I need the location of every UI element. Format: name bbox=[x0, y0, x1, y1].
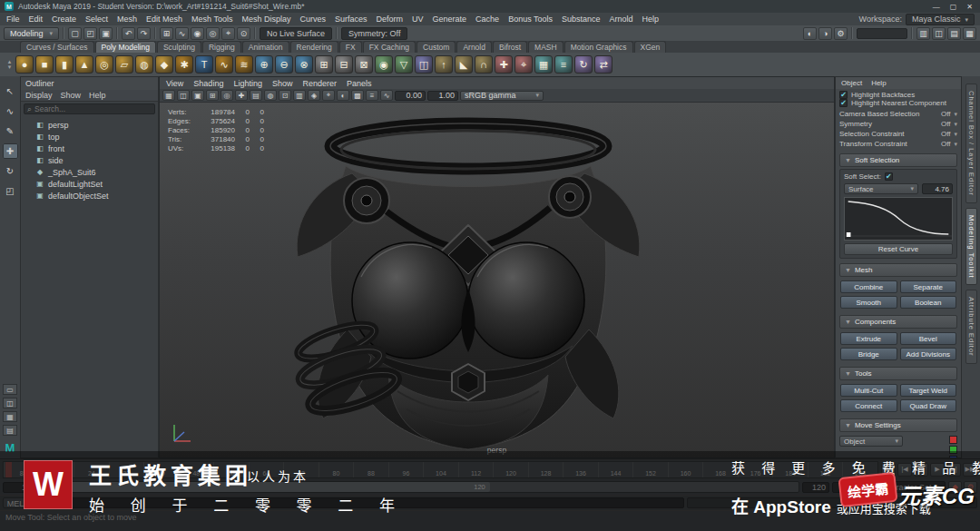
shelf-tab[interactable]: Motion Graphics bbox=[564, 41, 633, 53]
panel-menu-item[interactable]: Show bbox=[272, 79, 293, 88]
falloff-radius-field[interactable]: 4.76 bbox=[922, 183, 953, 194]
menu-item[interactable]: Mesh bbox=[113, 13, 142, 25]
shelf-icon[interactable]: ⊗ bbox=[295, 55, 313, 74]
shelf-icon[interactable]: ◎ bbox=[95, 55, 113, 74]
outliner-item[interactable]: ◧ front bbox=[21, 143, 158, 154]
move-settings-header[interactable]: ▼ Move Settings bbox=[839, 418, 957, 432]
shelf-icon[interactable]: ↑ bbox=[435, 55, 453, 74]
shelf-icon[interactable]: ■ bbox=[35, 55, 54, 74]
mtk-menu-item[interactable]: Object bbox=[841, 79, 862, 87]
menu-item[interactable]: File bbox=[2, 13, 24, 25]
shelf-icon[interactable]: ⊕ bbox=[255, 55, 273, 74]
render-icon[interactable]: ◑ bbox=[818, 27, 832, 40]
viewport-toggle-icon[interactable]: ◐ bbox=[337, 90, 349, 101]
shelf-icon[interactable]: ∿ bbox=[215, 55, 233, 74]
snap-icon[interactable]: ◎ bbox=[206, 27, 220, 40]
anim-pref-icon[interactable]: ◆ bbox=[948, 481, 962, 494]
render-icon[interactable]: ⚙ bbox=[834, 27, 848, 40]
character-set-selector[interactable]: No Character Set ▾ bbox=[862, 481, 946, 493]
viewport-toggle-icon[interactable]: ◫ bbox=[177, 90, 190, 101]
shelf-icon[interactable]: ⊞ bbox=[315, 55, 333, 74]
outliner-menu-item[interactable]: Display bbox=[25, 91, 53, 100]
range-slider-handle[interactable]: 1 120 bbox=[64, 482, 490, 492]
mtk-command-button[interactable]: Add Divisions bbox=[900, 348, 957, 360]
mesh-section-header[interactable]: ▼ Mesh bbox=[839, 263, 957, 277]
tool-button[interactable]: ✚ bbox=[3, 143, 18, 159]
sidebar-toggle-icon[interactable]: ◫ bbox=[932, 27, 946, 40]
status-icon[interactable]: ▢ bbox=[68, 27, 82, 40]
playback-button[interactable]: ◀ bbox=[914, 463, 928, 477]
panel-menu-item[interactable]: Renderer bbox=[302, 79, 337, 88]
menu-item[interactable]: Edit Mesh bbox=[142, 13, 187, 25]
shelf-icon[interactable]: ≡ bbox=[554, 55, 573, 74]
falloff-curve-editor[interactable] bbox=[844, 197, 953, 241]
mtk-command-button[interactable]: Smooth bbox=[840, 296, 897, 309]
status-icon[interactable]: ↶ bbox=[122, 27, 135, 40]
viewport-toggle-icon[interactable]: ◍ bbox=[264, 90, 277, 101]
viewport-toggle-icon[interactable]: ▩ bbox=[351, 90, 364, 101]
playback-button[interactable]: |◀ bbox=[897, 463, 912, 477]
shelf-icon[interactable]: T bbox=[195, 55, 213, 74]
shelf-icon[interactable]: ✱ bbox=[175, 55, 193, 74]
shelf-icon[interactable]: ▮ bbox=[55, 55, 74, 74]
menu-item[interactable]: Create bbox=[47, 13, 81, 25]
playback-button[interactable]: ▶▶ bbox=[963, 463, 977, 477]
components-section-header[interactable]: ▼ Components bbox=[839, 315, 957, 329]
playback-button[interactable]: ◀◀ bbox=[881, 463, 896, 477]
view-transform-selector[interactable]: sRGB gamma ▾ bbox=[460, 91, 544, 101]
mtk-checkbox-row[interactable]: ✔ Highlight Nearest Component bbox=[839, 99, 957, 107]
tool-button[interactable]: ∿ bbox=[3, 103, 18, 119]
playback-start-field[interactable]: 1 bbox=[33, 482, 60, 493]
shelf-icon[interactable]: ▦ bbox=[534, 55, 553, 74]
shelf-icon[interactable]: ⊟ bbox=[335, 55, 353, 74]
viewport-toggle-icon[interactable]: ▥ bbox=[293, 90, 306, 101]
sidebar-toggle-icon[interactable]: ▤ bbox=[947, 27, 961, 40]
outliner-item[interactable]: ▣ defaultObjectSet bbox=[21, 190, 158, 202]
status-icon[interactable]: ↷ bbox=[137, 27, 151, 40]
sidebar-vertical-tab[interactable]: Channel Box / Layer Editor bbox=[965, 84, 977, 203]
move-axis-selector[interactable]: Object ▾ bbox=[839, 436, 903, 447]
command-language-toggle[interactable]: MEL bbox=[3, 497, 28, 508]
shelf-tab[interactable]: Poly Modeling bbox=[95, 41, 156, 53]
outliner-search[interactable]: ⌕ bbox=[24, 103, 155, 114]
shelf-tab[interactable]: Rigging bbox=[202, 41, 241, 53]
menu-item[interactable]: Cache bbox=[471, 13, 504, 25]
timeline-ruler[interactable]: 8162432404856647280889610411212012813614… bbox=[3, 461, 878, 478]
viewport-toggle-icon[interactable]: ⊡ bbox=[279, 90, 291, 101]
shelf-icon[interactable]: ◉ bbox=[375, 55, 393, 74]
shelf-tab[interactable]: Curves / Surfaces bbox=[20, 41, 94, 53]
shelf-icon[interactable]: ● bbox=[15, 55, 34, 74]
menu-item[interactable]: Arnold bbox=[605, 13, 638, 25]
viewport-toggle-icon[interactable]: ⊞ bbox=[206, 90, 219, 101]
current-frame-marker[interactable] bbox=[5, 462, 12, 477]
menu-item[interactable]: Mesh Tools bbox=[187, 13, 237, 25]
soft-selection-header[interactable]: ▼ Soft Selection bbox=[839, 153, 957, 167]
viewport-canvas[interactable]: Verts: 189784 0 0 Edges: 375624 0 0 Face… bbox=[160, 103, 834, 457]
snap-icon[interactable]: ⊞ bbox=[160, 27, 173, 40]
mtk-menu-item[interactable]: Help bbox=[871, 79, 886, 87]
viewport-toggle-icon[interactable]: ≡ bbox=[366, 90, 378, 101]
shelf-tab[interactable]: FX bbox=[339, 41, 362, 53]
shelf-icon[interactable]: ◍ bbox=[135, 55, 153, 74]
shelf-icon[interactable]: ⊖ bbox=[275, 55, 293, 74]
shelf-icon[interactable]: ▽ bbox=[395, 55, 413, 74]
viewport-toggle-icon[interactable]: ⌖ bbox=[322, 90, 335, 101]
render-icon[interactable]: ◐ bbox=[803, 27, 817, 40]
shelf-icon[interactable]: ∩ bbox=[475, 55, 493, 74]
snap-icon[interactable]: ⌖ bbox=[221, 27, 235, 40]
outliner-item[interactable]: ◧ persp bbox=[21, 119, 158, 131]
status-icon[interactable]: ◰ bbox=[83, 27, 97, 40]
outliner-item[interactable]: ▣ defaultLightSet bbox=[21, 178, 158, 190]
layout-button[interactable]: ▤ bbox=[3, 425, 17, 436]
shelf-tab[interactable]: Bifrost bbox=[493, 41, 527, 53]
minimize-button[interactable]: — bbox=[933, 3, 940, 11]
checkbox-checked-icon[interactable]: ✔ bbox=[839, 91, 848, 99]
falloff-mode-selector[interactable]: Surface ▾ bbox=[844, 183, 918, 194]
viewport-toggle-icon[interactable]: ◎ bbox=[220, 90, 233, 101]
maximize-button[interactable]: ▢ bbox=[950, 3, 957, 11]
snap-icon[interactable]: ◉ bbox=[191, 27, 204, 40]
shelf-icon[interactable]: ⊠ bbox=[355, 55, 373, 74]
menu-item[interactable]: Help bbox=[638, 13, 664, 25]
menu-item[interactable]: Mesh Display bbox=[237, 13, 295, 25]
shelf-tab[interactable]: FX Caching bbox=[363, 41, 416, 53]
